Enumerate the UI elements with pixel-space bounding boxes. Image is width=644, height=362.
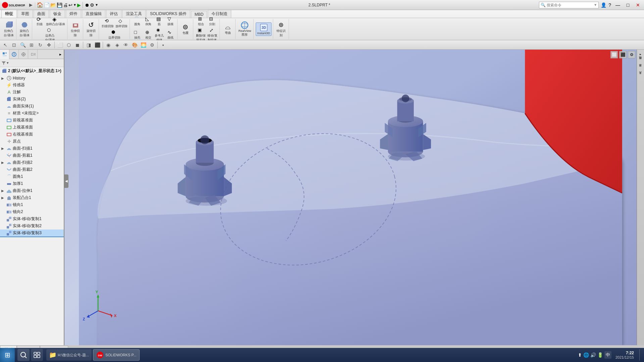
tree-mirror1-item[interactable]: 镜向1 <box>0 201 64 208</box>
record-icon[interactable]: ⏺ <box>85 2 89 8</box>
config-manager-tab[interactable] <box>19 50 28 59</box>
chamfer-button[interactable]: ◺ 倒角 <box>143 16 154 27</box>
wrap-button[interactable]: ⊚ 包覆 <box>180 22 192 36</box>
tab-weldments[interactable]: 焊件 <box>66 10 81 18</box>
options-icon[interactable]: ⚙ <box>90 2 94 8</box>
tree-movecopy3-item[interactable]: 实体-移动/复制3 <box>0 229 64 237</box>
curves-button[interactable]: ∿ 曲线 <box>165 29 176 40</box>
tab-sketch[interactable]: 草图 <box>17 10 33 18</box>
cut-extrude-button[interactable]: 拉伸切除 <box>69 20 82 38</box>
rib-button[interactable]: ▤ 筋 <box>154 16 165 27</box>
split-button[interactable]: ⊟ 分割 <box>207 16 217 27</box>
minimize-button[interactable]: — <box>613 2 623 8</box>
quick-access-btn[interactable]: ▶ <box>28 2 34 7</box>
flex-button[interactable]: ⌓ 弯曲 <box>222 22 234 36</box>
boss-extrude-button[interactable]: 拉伸凸台/基体 <box>3 20 15 38</box>
tab-feature[interactable]: 特征 <box>1 10 17 18</box>
hidden-lines-btn[interactable]: ⬡ <box>65 41 73 49</box>
tree-sensor-item[interactable]: ⚡ 传感器 <box>0 82 64 89</box>
close-button[interactable]: ✕ <box>633 2 643 8</box>
tree-surface-trim2-item[interactable]: 曲面-剪裁2 <box>0 166 64 173</box>
tree-movecopy1-item[interactable]: 实体-移动/复制1 <box>0 215 64 222</box>
taskbar-solidworks[interactable]: SW SOLIDWORKS P... <box>93 349 140 361</box>
rotate-btn[interactable]: ↻ <box>36 41 44 49</box>
save-icon[interactable]: 💾 <box>57 2 62 8</box>
tray-icon-language[interactable]: 中 <box>604 351 611 359</box>
options-dropdown[interactable]: ▼ <box>95 3 98 7</box>
viewport-fullscreen-btn[interactable]: ⬛ <box>619 51 627 58</box>
print-icon[interactable]: 🖨 <box>63 2 68 8</box>
revolve-button[interactable]: 旋转凸台/基体 <box>18 20 31 38</box>
right-view-btn1[interactable]: 视图 <box>638 58 644 64</box>
search-dropdown[interactable]: ▼ <box>594 3 597 7</box>
cut-revolve-button[interactable]: ↺ 旋转切除 <box>85 20 97 38</box>
tree-solid-item[interactable]: 实体(2) <box>0 96 64 103</box>
shell-button[interactable]: □ 抽壳 <box>132 29 143 40</box>
standard-views-btn[interactable]: ⬛ <box>93 41 101 49</box>
search-input[interactable] <box>547 3 594 7</box>
feature-manager-tab[interactable] <box>0 50 9 59</box>
run-icon[interactable]: ▶ <box>77 2 81 8</box>
loft-button[interactable]: ◈ 放样凸台/基体 <box>45 16 66 27</box>
viewport-settings-btn[interactable]: ⚙ <box>628 51 635 58</box>
shaded-btn[interactable]: ◼ <box>73 41 82 49</box>
property-manager-tab[interactable] <box>9 50 19 59</box>
tab-direct-edit[interactable]: 直接编辑 <box>82 10 105 18</box>
tree-movecopy2-item[interactable]: 实体-移动/复制2 <box>0 222 64 229</box>
tray-icon-network[interactable]: 🌐 <box>583 352 589 358</box>
user-icon[interactable]: 👤 <box>601 2 606 8</box>
view-orientation-btn[interactable]: ◉ <box>104 41 112 49</box>
hide-show-btn[interactable]: 👁 <box>122 41 130 49</box>
select-btn[interactable]: ↖ <box>1 41 9 49</box>
zoom-in-btn[interactable]: 🔍 <box>19 41 27 49</box>
tree-surface-item[interactable]: 曲面实体(1) <box>0 103 64 110</box>
instant3d-button[interactable]: 3D Instant3D <box>256 22 271 36</box>
view-more-btn[interactable]: ▪ <box>159 41 167 49</box>
viewport[interactable]: X Y Z ⬜ ⬛ ⚙ <box>64 50 637 345</box>
cut-scan-button[interactable]: ⟲ 扫描切除 <box>101 18 114 29</box>
maximize-button[interactable]: □ <box>623 2 633 8</box>
show-desktop-btn[interactable] <box>639 349 641 361</box>
tree-assembly-boss1-item[interactable]: ▶ 装配凸台1 <box>0 194 64 201</box>
undo-dropdown[interactable]: ▼ <box>73 3 77 7</box>
right-view-btn2[interactable]: 显示 <box>638 66 644 72</box>
time-display[interactable]: 7:22 2021/12/15 <box>613 351 637 359</box>
undo-icon[interactable]: ↩ <box>68 2 72 8</box>
tray-icon-battery[interactable]: 🔋 <box>597 352 603 358</box>
tree-surface-ext1-item[interactable]: ▶ 曲面-拉伸1 <box>0 187 64 194</box>
taskbar-icon-search[interactable] <box>17 349 30 361</box>
draft-button[interactable]: ▽ 拔模 <box>165 16 176 27</box>
view-settings-btn[interactable]: ⚙ <box>148 41 156 49</box>
tab-evaluate[interactable]: 评估 <box>106 10 121 18</box>
panel-collapse-handle[interactable]: ◀ <box>64 174 68 188</box>
tree-annotations-item[interactable]: A 注解 <box>0 89 64 96</box>
tray-icon-1[interactable]: ⬆ <box>578 352 582 358</box>
wireframe-btn[interactable]: ⬜ <box>56 41 64 49</box>
viewport-maximize-btn[interactable]: ⬜ <box>610 51 618 58</box>
tray-icon-sound[interactable]: 🔊 <box>590 352 596 358</box>
tree-thicken1-item[interactable]: 加厚1 <box>0 180 64 187</box>
tree-root-item[interactable]: 2 (默认<<默认>_显示状态 1>) <box>0 67 64 75</box>
right-view-btn3[interactable]: 工具 <box>638 73 644 79</box>
help-icon[interactable]: ? <box>608 2 611 8</box>
search-box[interactable]: 🔍 ▼ <box>539 2 599 8</box>
tree-history-item[interactable]: ▶ History <box>0 75 64 82</box>
tree-right-plane-item[interactable]: 右视基准面 <box>0 131 64 138</box>
tree-fillet1-item[interactable]: ⌒ 圆角1 <box>0 173 64 180</box>
taskbar-file-manager[interactable]: 📁 H:\微信公众号-题... <box>46 349 92 361</box>
zoom-box-btn[interactable]: ⊞ <box>28 41 36 49</box>
taskbar-icon-taskview[interactable] <box>31 349 43 361</box>
tree-surface-trim1-item[interactable]: 曲面-剪裁1 <box>0 152 64 159</box>
open-icon[interactable]: 📂 <box>50 2 56 8</box>
right-expand-btn[interactable]: ▸ <box>638 51 644 57</box>
tree-origin-item[interactable]: ✛ 原点 <box>0 138 64 145</box>
tree-surface-sweep2-item[interactable]: ▶ 曲面-扫描2 <box>0 159 64 166</box>
tree-mirror2-item[interactable]: 镜向2 <box>0 208 64 215</box>
edit-appearance-btn[interactable]: 🎨 <box>131 41 139 49</box>
fillet-button[interactable]: ⌒ 圆角 <box>132 16 143 27</box>
start-button[interactable]: ⊞ <box>0 348 15 362</box>
tree-top-plane-item[interactable]: 上视基准面 <box>0 124 64 131</box>
tree-front-plane-item[interactable]: 前视基准面 <box>0 117 64 124</box>
combine-button[interactable]: ⊞ 组合 <box>196 16 206 27</box>
apply-scene-btn[interactable]: 🌅 <box>139 41 147 49</box>
